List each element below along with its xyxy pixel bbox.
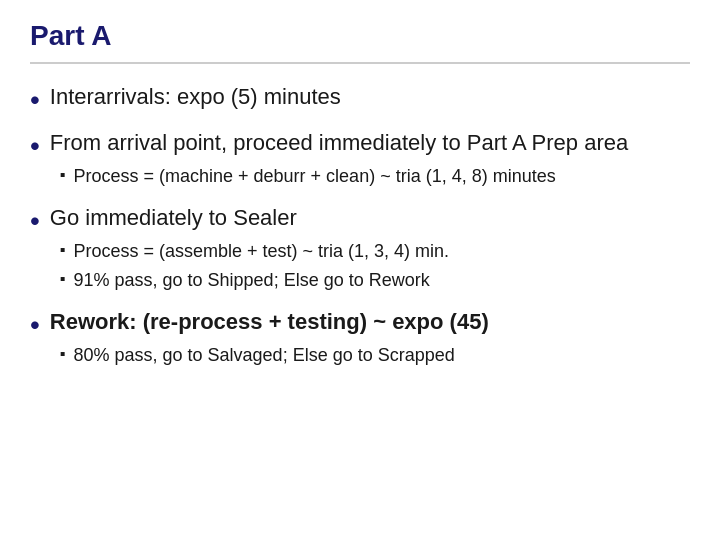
bullet-text-from-arrival: From arrival point, proceed immediately …: [50, 130, 628, 155]
bullet-from-arrival: • From arrival point, proceed immediatel…: [30, 128, 690, 193]
title-divider: [30, 62, 690, 64]
sub-bullet-text-sealer-process: Process = (assemble + test) ~ tria (1, 3…: [73, 239, 449, 264]
bullet-dot-4: •: [30, 307, 40, 343]
bullet-rework: • Rework: (re-process + testing) ~ expo …: [30, 307, 690, 372]
sub-bullets-sealer: ▪ Process = (assemble + test) ~ tria (1,…: [60, 239, 449, 293]
sub-bullet-marker-4: ▪: [60, 343, 66, 365]
bullet-go-sealer: • Go immediately to Sealer ▪ Process = (…: [30, 203, 690, 297]
sub-bullet-prep-process: ▪ Process = (machine + deburr + clean) ~…: [60, 164, 628, 189]
sub-bullet-text-rework-pass: 80% pass, go to Salvaged; Else go to Scr…: [73, 343, 454, 368]
bullet-text-rework: Rework: (re-process + testing) ~ expo (4…: [50, 309, 489, 334]
sub-bullets-from-arrival: ▪ Process = (machine + deburr + clean) ~…: [60, 164, 628, 189]
sub-bullet-text-sealer-pass: 91% pass, go to Shipped; Else go to Rewo…: [73, 268, 429, 293]
bullet-text-go-sealer: Go immediately to Sealer: [50, 205, 297, 230]
bullet-dot-3: •: [30, 203, 40, 239]
bullet-interarrivals: • Interarrivals: expo (5) minutes: [30, 82, 690, 118]
bullet-text-interarrivals: Interarrivals: expo (5) minutes: [50, 84, 341, 109]
sub-bullet-sealer-process: ▪ Process = (assemble + test) ~ tria (1,…: [60, 239, 449, 264]
sub-bullet-sealer-pass: ▪ 91% pass, go to Shipped; Else go to Re…: [60, 268, 449, 293]
sub-bullet-text-prep-process: Process = (machine + deburr + clean) ~ t…: [73, 164, 555, 189]
page-title: Part A: [30, 20, 690, 52]
sub-bullet-marker-3: ▪: [60, 268, 66, 290]
bullet-dot-1: •: [30, 82, 40, 118]
sub-bullet-rework-pass: ▪ 80% pass, go to Salvaged; Else go to S…: [60, 343, 489, 368]
sub-bullet-marker-1: ▪: [60, 164, 66, 186]
sub-bullet-marker-2: ▪: [60, 239, 66, 261]
bullet-dot-2: •: [30, 128, 40, 164]
sub-bullets-rework: ▪ 80% pass, go to Salvaged; Else go to S…: [60, 343, 489, 368]
